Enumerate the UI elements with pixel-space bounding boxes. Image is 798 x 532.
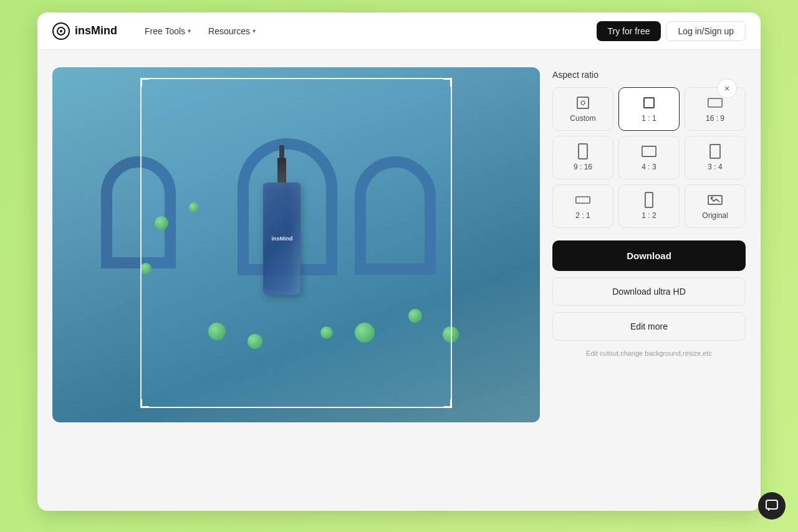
logo[interactable]: insMind — [52, 22, 117, 40]
arch-left — [101, 156, 176, 268]
close-button[interactable]: × — [717, 78, 737, 98]
crop-handle-br[interactable] — [443, 399, 452, 408]
decorative-ball — [208, 323, 226, 340]
decorative-ball — [443, 326, 459, 343]
ratio-4-3-icon — [642, 144, 656, 159]
svg-rect-7 — [579, 144, 587, 159]
chevron-down-icon: ▾ — [188, 27, 191, 34]
ratio-original-icon — [708, 192, 723, 207]
nav-resources[interactable]: Resources ▾ — [201, 21, 263, 41]
svg-rect-10 — [576, 197, 590, 203]
svg-rect-9 — [710, 145, 720, 158]
ratio-1-2[interactable]: 1 : 2 — [618, 184, 680, 228]
panel-container: × Aspect ratio C — [552, 70, 746, 357]
ratio-label-1-1: 1 : 1 — [642, 114, 656, 123]
ratio-label-4-3: 4 : 3 — [642, 163, 656, 171]
crop-handle-bl[interactable] — [140, 399, 149, 408]
try-free-button[interactable]: Try for free — [597, 21, 661, 41]
ratio-4-3[interactable]: 4 : 3 — [618, 136, 680, 179]
ratio-1-1-icon — [642, 95, 656, 110]
login-button[interactable]: Log in/Sign up — [666, 21, 746, 41]
product-image: insMind — [52, 67, 540, 422]
ratio-label-1-2: 1 : 2 — [642, 211, 656, 220]
action-buttons: Download Download ultra HD Edit more Edi… — [552, 240, 746, 357]
bottle-label: insMind — [271, 235, 292, 242]
ratio-original[interactable]: Original — [685, 184, 746, 228]
ratio-label-custom: Custom — [570, 114, 595, 123]
ratio-1-1[interactable]: 1 : 1 — [618, 87, 680, 131]
chat-icon — [765, 499, 779, 513]
nav-actions: Try for free Log in/Sign up — [597, 21, 746, 41]
logo-text: insMind — [75, 24, 117, 37]
edit-hint-text: Edit cutout,change background,resize,etc — [552, 349, 746, 357]
svg-rect-6 — [708, 98, 722, 107]
ratio-3-4[interactable]: 3 : 4 — [685, 136, 746, 179]
ratio-label-original: Original — [702, 211, 728, 220]
svg-rect-3 — [577, 97, 589, 108]
decorative-ball — [320, 326, 333, 339]
ratio-9-16-icon — [575, 144, 590, 159]
svg-point-2 — [60, 30, 62, 32]
decorative-ball — [355, 323, 375, 343]
ratio-grid: Custom 1 : 1 — [552, 87, 746, 228]
bottle-dropper — [279, 145, 284, 158]
decorative-ball — [248, 334, 262, 349]
ratio-label-9-16: 9 : 16 — [574, 163, 592, 171]
crop-handle-tl[interactable] — [140, 78, 149, 87]
image-panel: insMind — [52, 67, 540, 422]
arch-right — [355, 156, 436, 275]
ratio-1-2-icon — [642, 192, 656, 207]
aspect-ratio-section: Aspect ratio Custom — [552, 70, 746, 228]
svg-rect-11 — [645, 192, 653, 207]
nav-links: Free Tools ▾ Resources ▾ — [137, 21, 597, 41]
ratio-label-16-9: 16 : 9 — [706, 114, 724, 123]
decorative-ball — [408, 309, 422, 323]
decorative-ball — [189, 202, 199, 212]
ratio-16-9-icon — [708, 95, 723, 110]
ratio-label-2-1: 2 : 1 — [575, 211, 590, 220]
crop-handle-tr[interactable] — [443, 78, 452, 87]
ratio-3-4-icon — [708, 144, 723, 159]
ratio-16-9[interactable]: 16 : 9 — [685, 87, 746, 131]
nav-free-tools[interactable]: Free Tools ▾ — [137, 21, 198, 41]
product-bottle: insMind — [257, 145, 307, 320]
bottle-body: insMind — [263, 183, 300, 295]
right-panel: × Aspect ratio C — [552, 67, 746, 422]
download-button[interactable]: Download — [552, 240, 746, 271]
svg-point-4 — [581, 101, 585, 105]
bottle-cap — [277, 158, 286, 183]
ratio-custom[interactable]: Custom — [552, 87, 613, 131]
download-hd-button[interactable]: Download ultra HD — [552, 277, 746, 306]
chat-widget[interactable] — [758, 492, 786, 520]
main-content: insMind × Aspect rati — [37, 50, 761, 440]
ratio-label-3-4: 3 : 4 — [708, 163, 722, 171]
chevron-down-icon: ▾ — [252, 27, 256, 34]
svg-rect-5 — [644, 98, 654, 108]
ratio-2-1[interactable]: 2 : 1 — [552, 184, 613, 228]
ratio-2-1-icon — [575, 192, 590, 207]
svg-point-13 — [711, 197, 713, 199]
logo-icon — [52, 22, 70, 40]
svg-rect-14 — [766, 500, 777, 509]
decorative-ball — [140, 263, 151, 274]
navbar: insMind Free Tools ▾ Resources ▾ Try for… — [37, 12, 761, 50]
aspect-ratio-title: Aspect ratio — [552, 70, 746, 80]
edit-more-button[interactable]: Edit more — [552, 312, 746, 341]
svg-rect-8 — [642, 146, 656, 157]
custom-ratio-icon — [575, 95, 590, 110]
ratio-9-16[interactable]: 9 : 16 — [552, 136, 613, 179]
